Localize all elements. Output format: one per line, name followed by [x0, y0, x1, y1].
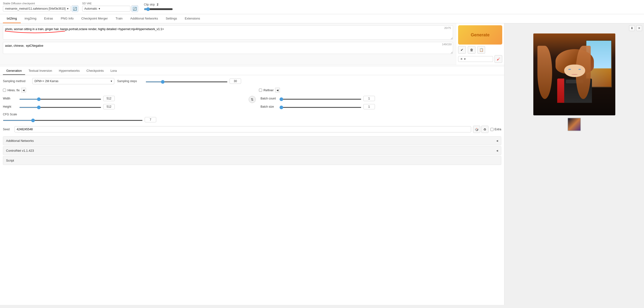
right-panel: ⬇ ✕: [504, 23, 644, 305]
col-left: Width 512 Height 512: [3, 96, 244, 109]
sampling-steps-slider[interactable]: [146, 81, 228, 82]
vae-refresh-btn[interactable]: 🔄: [132, 5, 138, 12]
tab-additional-networks[interactable]: Additional Networks: [126, 14, 162, 23]
styles-dropdown[interactable]: ✕ ▾: [458, 56, 493, 62]
seed-recycle-btn[interactable]: ♻: [481, 126, 488, 133]
additional-networks-accordion[interactable]: Additional Networks ◀: [3, 136, 501, 145]
tab-settings[interactable]: Settings: [162, 14, 181, 23]
sub-tabs: Generation Textual Inversion Hypernetwor…: [0, 67, 504, 75]
clip-label: Clip skip: [144, 3, 155, 6]
width-slider-container: [19, 97, 101, 100]
seed-dice-btn[interactable]: 🎲: [473, 126, 480, 133]
vae-dropdown[interactable]: Automatic ▾: [82, 6, 130, 11]
swap-dimensions-btn[interactable]: ⇅: [248, 96, 256, 103]
checkpoint-label: Stable Diffusion checkpoint: [3, 2, 78, 5]
thumbnail-preview: [568, 118, 580, 131]
right-top-actions: ⬇ ✕: [629, 25, 642, 31]
refiner-checkbox[interactable]: [259, 89, 262, 92]
hires-label: Hires. fix: [8, 88, 20, 92]
tab-extensions[interactable]: Extensions: [181, 14, 204, 23]
batch-count-row: Batch count 1: [261, 96, 502, 101]
positive-prompt-input[interactable]: photo, woman sitting in a train, ginger …: [3, 25, 453, 40]
styles-row: ✕ ▾ 🖌: [458, 55, 502, 63]
generated-image: [533, 33, 615, 115]
download-btn[interactable]: ⬇: [629, 25, 635, 31]
clip-slider[interactable]: [144, 7, 173, 11]
tab-train[interactable]: Train: [112, 14, 126, 23]
vae-select-row: Automatic ▾ 🔄: [82, 5, 138, 12]
height-value[interactable]: 512: [103, 104, 115, 109]
extra-checkbox-row: Extra: [490, 128, 501, 131]
negative-prompt-wrapper: asian, chinese, epiCNegative 149/150: [3, 42, 453, 55]
height-slider[interactable]: [19, 107, 101, 108]
tab-png-info[interactable]: PNG Info: [57, 14, 78, 23]
trash-btn[interactable]: 🗑: [468, 46, 476, 54]
sampling-steps-label: Sampling steps: [117, 79, 144, 83]
batch-count-value[interactable]: 1: [363, 96, 375, 101]
clipboard-btn[interactable]: 📋: [478, 46, 485, 54]
width-value[interactable]: 512: [103, 96, 115, 101]
seed-input[interactable]: [14, 126, 471, 133]
batch-size-slider[interactable]: [280, 107, 362, 108]
width-slider[interactable]: [19, 99, 101, 100]
controlnet-label: ControlNet v1.1.423: [6, 149, 34, 153]
tab-txt2img[interactable]: txt2img: [3, 14, 21, 23]
tab-checkpoint-merger[interactable]: Checkpoint Merger: [78, 14, 112, 23]
batch-count-label: Batch count: [261, 97, 278, 100]
styles-placeholder: ✕: [460, 57, 463, 61]
hires-refiner-row: Hires. fix ◀ Refiner ◀: [3, 88, 501, 92]
height-slider-container: [19, 105, 101, 109]
batch-size-value[interactable]: 1: [363, 104, 375, 109]
sub-tab-textual-inversion[interactable]: Textual Inversion: [25, 67, 56, 75]
checkpoint-chevron: ▾: [67, 7, 68, 10]
seed-label: Seed: [3, 128, 12, 131]
refiner-collapse-btn[interactable]: ◀: [275, 88, 280, 92]
checkpoint-section: Stable Diffusion checkpoint meinamix_mei…: [3, 2, 78, 12]
clip-label-row: Clip skip 2: [144, 3, 173, 6]
close-result-btn[interactable]: ✕: [636, 25, 642, 31]
hires-checkbox-row: Hires. fix ◀: [3, 88, 26, 92]
image-thumbnail[interactable]: [568, 118, 581, 131]
sampling-method-value: DPM++ 2M Karras: [34, 79, 58, 83]
sampling-method-dropdown[interactable]: DPM++ 2M Karras ▾: [32, 78, 114, 84]
refiner-label: Refiner: [264, 88, 274, 92]
nav-tabs: txt2img img2img Extras PNG Info Checkpoi…: [0, 14, 644, 23]
sampling-method-chevron: ▾: [111, 79, 112, 83]
sub-tab-lora[interactable]: Lora: [107, 67, 120, 75]
tab-extras[interactable]: Extras: [40, 14, 57, 23]
sampling-steps-slider-container: [146, 79, 228, 83]
dimensions-row: Width 512 Height 512: [3, 96, 501, 109]
tab-img2img[interactable]: img2img: [21, 14, 40, 23]
generate-button[interactable]: Generate: [458, 25, 502, 44]
width-label: Width: [3, 97, 17, 100]
negative-prompt-input[interactable]: asian, chinese, epiCNegative: [3, 42, 453, 54]
checkpoint-select: meinamix_meinaV11.safetensors [54ef3e361…: [3, 5, 78, 12]
controlnet-accordion[interactable]: ControlNet v1.1.423 ◀: [3, 146, 501, 155]
checkpoint-refresh-btn[interactable]: 🔄: [72, 5, 78, 12]
sampling-method-row: Sampling method DPM++ 2M Karras ▾ Sampli…: [3, 78, 501, 84]
paste-btn[interactable]: ✔: [458, 46, 466, 54]
checkpoint-dropdown[interactable]: meinamix_meinaV11.safetensors [54ef3e361…: [3, 6, 71, 11]
clip-value: 2: [157, 3, 158, 6]
sub-tab-hypernetworks[interactable]: Hypernetworks: [56, 67, 83, 75]
hires-collapse-btn[interactable]: ◀: [21, 88, 26, 92]
top-bar: Stable Diffusion checkpoint meinamix_mei…: [0, 0, 644, 14]
extra-checkbox[interactable]: [490, 128, 494, 131]
hires-checkbox[interactable]: [3, 89, 6, 92]
batch-size-slider-container: [280, 105, 362, 109]
prompts-col: photo, woman sitting in a train, ginger …: [0, 23, 456, 65]
batch-count-slider[interactable]: [280, 99, 362, 100]
cfg-value[interactable]: 7: [145, 117, 156, 122]
action-row: ✔ 🗑 📋: [458, 46, 502, 54]
sub-tab-checkpoints[interactable]: Checkpoints: [83, 67, 107, 75]
cfg-slider[interactable]: [3, 120, 143, 121]
script-accordion[interactable]: Script: [3, 156, 501, 165]
vae-chevron: ▾: [98, 7, 100, 10]
paint-btn[interactable]: 🖌: [494, 55, 502, 63]
vae-value: Automatic: [84, 7, 97, 10]
sub-tab-generation[interactable]: Generation: [3, 67, 25, 75]
sampling-steps-group: Sampling steps 30: [117, 79, 501, 84]
positive-prompt-wrapper: photo, woman sitting in a train, ginger …: [3, 25, 453, 40]
sampling-steps-value[interactable]: 30: [230, 79, 241, 84]
cfg-row: 7: [3, 117, 501, 122]
